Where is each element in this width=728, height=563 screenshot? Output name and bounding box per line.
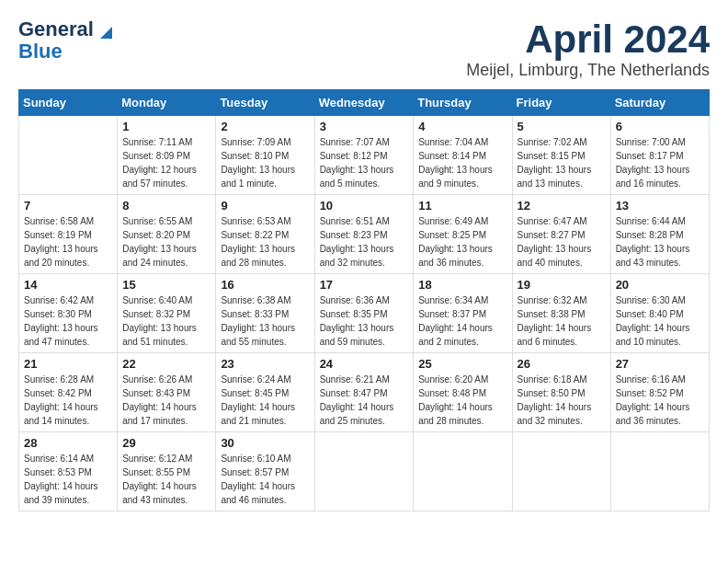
day-info: Sunrise: 6:49 AMSunset: 8:25 PMDaylight:… [418, 214, 506, 270]
calendar-day: 6Sunrise: 7:00 AMSunset: 8:17 PMDaylight… [610, 116, 709, 195]
calendar-day: 22Sunrise: 6:26 AMSunset: 8:43 PMDayligh… [118, 353, 216, 432]
calendar-day: 26Sunrise: 6:18 AMSunset: 8:50 PMDayligh… [512, 353, 610, 432]
day-info: Sunrise: 6:26 AMSunset: 8:43 PMDaylight:… [122, 373, 210, 428]
calendar-week-row: 14Sunrise: 6:42 AMSunset: 8:30 PMDayligh… [19, 274, 710, 353]
day-number: 3 [320, 120, 409, 133]
calendar-day: 3Sunrise: 7:07 AMSunset: 8:12 PMDaylight… [314, 116, 414, 195]
calendar-body: 1Sunrise: 7:11 AMSunset: 8:09 PMDaylight… [19, 116, 710, 511]
calendar-day: 17Sunrise: 6:36 AMSunset: 8:35 PMDayligh… [314, 274, 414, 353]
day-number: 1 [122, 120, 210, 133]
day-info: Sunrise: 6:58 AMSunset: 8:19 PMDaylight:… [24, 214, 112, 270]
day-info: Sunrise: 6:34 AMSunset: 8:37 PMDaylight:… [418, 293, 506, 349]
calendar-week-row: 7Sunrise: 6:58 AMSunset: 8:19 PMDaylight… [19, 195, 710, 274]
calendar-day: 10Sunrise: 6:51 AMSunset: 8:23 PMDayligh… [314, 195, 414, 274]
day-number: 19 [518, 278, 606, 292]
calendar-day: 9Sunrise: 6:53 AMSunset: 8:22 PMDaylight… [216, 195, 314, 274]
weekday-header: Thursday [414, 90, 512, 116]
day-info: Sunrise: 7:09 AMSunset: 8:10 PMDaylight:… [221, 135, 309, 190]
calendar-day: 1Sunrise: 7:11 AMSunset: 8:09 PMDaylight… [118, 116, 216, 195]
header: General Blue April 2024 Meijel, Limburg,… [18, 18, 710, 80]
calendar-day: 30Sunrise: 6:10 AMSunset: 8:57 PMDayligh… [216, 432, 314, 511]
logo-text: General [18, 18, 94, 40]
calendar-empty-day [19, 116, 118, 195]
calendar-day: 5Sunrise: 7:02 AMSunset: 8:15 PMDaylight… [512, 116, 610, 195]
day-number: 11 [418, 199, 506, 213]
calendar-day: 19Sunrise: 6:32 AMSunset: 8:38 PMDayligh… [512, 274, 610, 353]
calendar-week-row: 28Sunrise: 6:14 AMSunset: 8:53 PMDayligh… [19, 432, 710, 511]
day-info: Sunrise: 7:00 AMSunset: 8:17 PMDaylight:… [616, 135, 704, 190]
day-number: 17 [320, 278, 409, 292]
day-info: Sunrise: 6:16 AMSunset: 8:52 PMDaylight:… [616, 373, 704, 428]
day-number: 30 [221, 436, 309, 450]
day-info: Sunrise: 6:47 AMSunset: 8:27 PMDaylight:… [518, 214, 606, 270]
day-number: 4 [418, 120, 506, 133]
day-number: 9 [221, 199, 309, 213]
day-info: Sunrise: 6:55 AMSunset: 8:20 PMDaylight:… [122, 214, 210, 270]
calendar-day: 7Sunrise: 6:58 AMSunset: 8:19 PMDaylight… [19, 195, 118, 274]
day-number: 29 [122, 436, 210, 450]
calendar-day: 28Sunrise: 6:14 AMSunset: 8:53 PMDayligh… [19, 432, 118, 511]
calendar-header-row: SundayMondayTuesdayWednesdayThursdayFrid… [19, 90, 710, 116]
day-info: Sunrise: 6:51 AMSunset: 8:23 PMDaylight:… [320, 214, 409, 270]
day-number: 15 [122, 278, 210, 292]
calendar-week-row: 1Sunrise: 7:11 AMSunset: 8:09 PMDaylight… [19, 116, 710, 195]
logo-blue-text: Blue [18, 40, 63, 63]
logo: General Blue [18, 18, 112, 63]
day-info: Sunrise: 7:07 AMSunset: 8:12 PMDaylight:… [320, 135, 409, 190]
day-info: Sunrise: 7:02 AMSunset: 8:15 PMDaylight:… [518, 135, 606, 190]
weekday-header: Sunday [19, 90, 118, 116]
title-area: April 2024 Meijel, Limburg, The Netherla… [466, 18, 710, 80]
calendar-day: 25Sunrise: 6:20 AMSunset: 8:48 PMDayligh… [414, 353, 512, 432]
day-info: Sunrise: 6:42 AMSunset: 8:30 PMDaylight:… [24, 293, 112, 349]
day-number: 13 [616, 199, 704, 213]
weekday-header: Saturday [610, 90, 709, 116]
day-number: 2 [221, 120, 309, 133]
day-number: 27 [616, 357, 704, 371]
day-number: 14 [24, 278, 112, 292]
calendar-day: 2Sunrise: 7:09 AMSunset: 8:10 PMDaylight… [216, 116, 314, 195]
weekday-header: Monday [118, 90, 216, 116]
calendar-empty-day [414, 432, 512, 511]
svg-marker-0 [100, 27, 112, 39]
day-info: Sunrise: 6:10 AMSunset: 8:57 PMDaylight:… [221, 452, 309, 507]
calendar-day: 27Sunrise: 6:16 AMSunset: 8:52 PMDayligh… [610, 353, 709, 432]
weekday-header: Friday [512, 90, 610, 116]
calendar-empty-day [610, 432, 709, 511]
calendar-day: 29Sunrise: 6:12 AMSunset: 8:55 PMDayligh… [118, 432, 216, 511]
day-number: 23 [221, 357, 309, 371]
calendar-empty-day [314, 432, 414, 511]
day-number: 16 [221, 278, 309, 292]
calendar-day: 16Sunrise: 6:38 AMSunset: 8:33 PMDayligh… [216, 274, 314, 353]
day-info: Sunrise: 6:44 AMSunset: 8:28 PMDaylight:… [616, 214, 704, 270]
day-info: Sunrise: 6:21 AMSunset: 8:47 PMDaylight:… [320, 373, 409, 428]
calendar: SundayMondayTuesdayWednesdayThursdayFrid… [18, 89, 710, 511]
logo-icon [96, 22, 112, 39]
day-number: 24 [320, 357, 409, 371]
calendar-day: 13Sunrise: 6:44 AMSunset: 8:28 PMDayligh… [610, 195, 709, 274]
day-info: Sunrise: 6:53 AMSunset: 8:22 PMDaylight:… [221, 214, 309, 270]
day-number: 21 [24, 357, 112, 371]
weekday-header: Tuesday [216, 90, 314, 116]
calendar-day: 8Sunrise: 6:55 AMSunset: 8:20 PMDaylight… [118, 195, 216, 274]
calendar-day: 21Sunrise: 6:28 AMSunset: 8:42 PMDayligh… [19, 353, 118, 432]
day-number: 6 [616, 120, 704, 133]
day-number: 12 [518, 199, 606, 213]
calendar-day: 20Sunrise: 6:30 AMSunset: 8:40 PMDayligh… [610, 274, 709, 353]
calendar-day: 18Sunrise: 6:34 AMSunset: 8:37 PMDayligh… [414, 274, 512, 353]
day-info: Sunrise: 7:04 AMSunset: 8:14 PMDaylight:… [418, 135, 506, 190]
month-title: April 2024 [466, 18, 710, 61]
day-info: Sunrise: 6:18 AMSunset: 8:50 PMDaylight:… [518, 373, 606, 428]
day-number: 10 [320, 199, 409, 213]
day-info: Sunrise: 6:30 AMSunset: 8:40 PMDaylight:… [616, 293, 704, 349]
day-number: 7 [24, 199, 112, 213]
day-info: Sunrise: 6:20 AMSunset: 8:48 PMDaylight:… [418, 373, 506, 428]
calendar-day: 14Sunrise: 6:42 AMSunset: 8:30 PMDayligh… [19, 274, 118, 353]
day-number: 28 [24, 436, 112, 450]
calendar-day: 4Sunrise: 7:04 AMSunset: 8:14 PMDaylight… [414, 116, 512, 195]
calendar-week-row: 21Sunrise: 6:28 AMSunset: 8:42 PMDayligh… [19, 353, 710, 432]
day-info: Sunrise: 6:24 AMSunset: 8:45 PMDaylight:… [221, 373, 309, 428]
day-info: Sunrise: 6:14 AMSunset: 8:53 PMDaylight:… [24, 452, 112, 507]
calendar-day: 15Sunrise: 6:40 AMSunset: 8:32 PMDayligh… [118, 274, 216, 353]
calendar-day: 23Sunrise: 6:24 AMSunset: 8:45 PMDayligh… [216, 353, 314, 432]
calendar-empty-day [512, 432, 610, 511]
